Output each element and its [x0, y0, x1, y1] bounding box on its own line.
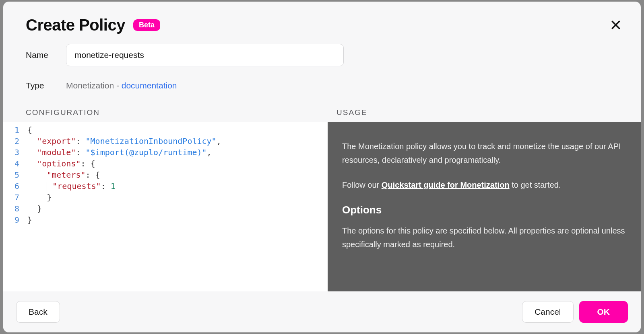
usage-paragraph-2: Follow our Quickstart guide for Monetiza… [342, 178, 626, 192]
type-label: Type [26, 81, 50, 90]
cancel-button[interactable]: Cancel [522, 301, 573, 323]
line-number: 4 [3, 158, 27, 169]
close-icon [611, 20, 621, 30]
usage-paragraph-1: The Monetization policy allows you to tr… [342, 139, 626, 167]
section-labels: CONFIGURATION USAGE [3, 95, 641, 122]
line-number: 3 [3, 147, 27, 158]
name-label: Name [26, 50, 50, 60]
code-line: 6 "requests": 1 [3, 180, 328, 192]
code-line: 5 "meters": { [3, 169, 328, 180]
ok-button[interactable]: OK [579, 301, 628, 323]
line-number: 6 [3, 180, 27, 192]
code-line: 4 "options": { [3, 158, 328, 169]
configuration-heading: CONFIGURATION [26, 108, 330, 117]
line-number: 2 [3, 135, 27, 147]
panels: 1 { 2 "export": "MonetizationInboundPoli… [3, 122, 641, 291]
type-row: Type Monetization - documentation [3, 71, 641, 95]
modal-header: Create Policy Beta [3, 2, 641, 39]
line-number: 9 [3, 214, 27, 225]
type-text: Monetization - [66, 81, 122, 90]
options-body: The options for this policy are specifie… [342, 224, 626, 251]
name-row: Name [3, 39, 641, 71]
line-number: 5 [3, 169, 27, 180]
quickstart-link[interactable]: Quickstart guide for Monetization [382, 180, 510, 189]
line-number: 8 [3, 203, 27, 214]
configuration-editor[interactable]: 1 { 2 "export": "MonetizationInboundPoli… [3, 122, 328, 291]
line-number: 7 [3, 192, 27, 203]
create-policy-modal: Create Policy Beta Name Type Monetizatio… [3, 2, 641, 332]
modal-title: Create Policy [26, 16, 125, 34]
code-line: 3 "module": "$import(@zuplo/runtime)", [3, 147, 328, 158]
back-button[interactable]: Back [16, 301, 60, 323]
code-line: 2 "export": "MonetizationInboundPolicy", [3, 135, 328, 147]
name-input[interactable] [66, 44, 344, 66]
usage-panel: The Monetization policy allows you to tr… [328, 122, 641, 291]
code-line: 1 { [3, 124, 328, 135]
options-heading: Options [342, 203, 626, 217]
line-number: 1 [3, 124, 27, 135]
modal-footer: Back Cancel OK [3, 291, 641, 332]
code-line: 7 } [3, 192, 328, 203]
code-line: 8 } [3, 203, 328, 214]
documentation-link[interactable]: documentation [122, 81, 177, 90]
type-value: Monetization - documentation [66, 81, 177, 90]
usage-heading: USAGE [330, 108, 367, 117]
close-button[interactable] [609, 18, 623, 32]
code-line: 9 } [3, 214, 328, 225]
beta-badge: Beta [133, 19, 160, 31]
